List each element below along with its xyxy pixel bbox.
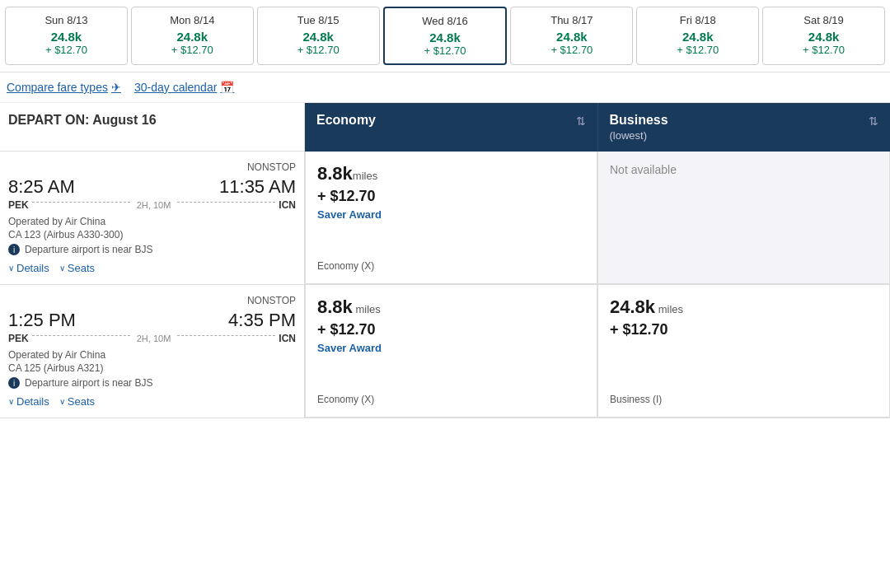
flight-2-duration: 2H, 10M (137, 334, 171, 343)
flight-2-business-fare: 24.8k miles + $12.70 Business (I) (597, 285, 890, 418)
date-label-mon814: Mon 8/14 (135, 14, 250, 26)
flight-2-eco-type: Saver Award (317, 342, 585, 354)
chevron-down-icon: ∨ (8, 264, 14, 273)
flight-2-details-link[interactable]: ∨ Details (8, 395, 49, 408)
flight-2-depart: 1:25 PM (8, 310, 76, 331)
business-header: ⇅ Business (lowest) (597, 103, 891, 152)
date-cash-wed816: + $12.70 (388, 44, 503, 57)
flight-1-depart: 8:25 AM (8, 176, 75, 198)
date-cash-sun813: + $12.70 (9, 44, 124, 56)
flight-2-airport-note: i Departure airport is near BJS (8, 377, 296, 389)
flight-2-aircraft: CA 125 (Airbus A321) (8, 362, 296, 374)
date-label-sun813: Sun 8/13 (9, 14, 124, 26)
date-card-tue815[interactable]: Tue 8/15 24.8k + $12.70 (257, 7, 380, 65)
date-label-wed816: Wed 8/16 (388, 15, 503, 27)
chevron-down-icon-2: ∨ (59, 264, 65, 273)
flight-2-nonstop: NONSTOP (8, 295, 296, 306)
date-miles-sun813: 24.8k (9, 30, 124, 44)
flight-2-eco-miles-unit: miles (353, 303, 381, 315)
date-card-mon814[interactable]: Mon 8/14 24.8k + $12.70 (131, 7, 254, 65)
date-card-wed816[interactable]: Wed 8/16 24.8k + $12.70 (383, 7, 508, 65)
column-headers: DEPART ON: August 16 ⇅ Economy ⇅ Busines… (0, 103, 890, 152)
flight-2-biz-miles-unit: miles (655, 303, 683, 315)
date-label-tue815: Tue 8/15 (261, 14, 376, 26)
flight-2-biz-miles: 24.8k (610, 296, 655, 317)
flight-2-economy-fare: 8.8k miles + $12.70 Saver Award Economy … (305, 285, 597, 418)
flight-1-details-link[interactable]: ∨ Details (8, 262, 49, 274)
flight-1-business-fare: Not available (597, 152, 890, 284)
flight-1-times: 8:25 AM 11:35 AM (8, 176, 296, 198)
flight-2-arrive: 4:35 PM (228, 310, 296, 331)
flight-2-info: NONSTOP 1:25 PM 4:35 PM PEK 2H, 10M ICN … (0, 285, 305, 418)
flight-2-links: ∨ Details ∨ Seats (8, 395, 296, 408)
flight-2-eco-cabin: Economy (X) (317, 385, 585, 405)
plane-icon: ✈ (111, 81, 121, 94)
flight-2-origin: PEK (8, 333, 29, 344)
info-icon-1: i (8, 244, 20, 255)
date-card-fri818[interactable]: Fri 8/18 24.8k + $12.70 (636, 7, 759, 65)
flight-2-dest: ICN (279, 333, 296, 344)
date-selector: Sun 8/13 24.8k + $12.70 Mon 8/14 24.8k +… (0, 0, 890, 72)
flight-1-arrive: 11:35 AM (219, 176, 296, 198)
links-row: Compare fare types ✈ 30-day calendar 📅 (0, 72, 890, 103)
economy-column-name: Economy (316, 113, 586, 128)
flight-2-eco-cash: + $12.70 (317, 321, 585, 338)
flight-2-seats-link[interactable]: ∨ Seats (59, 395, 95, 408)
economy-sort-icon[interactable]: ⇅ (576, 114, 586, 128)
date-miles-mon814: 24.8k (135, 30, 250, 44)
compare-fare-link[interactable]: Compare fare types ✈ (7, 81, 121, 94)
flight-1-airport-note: i Departure airport is near BJS (8, 244, 296, 255)
date-label-sat819: Sat 8/19 (766, 14, 881, 26)
flight-1-economy-fare: 8.8kmiles + $12.70 Saver Award Economy (… (305, 152, 597, 284)
flight-1-aircraft: CA 123 (Airbus A330-300) (8, 229, 296, 240)
flight-1-operator: Operated by Air China (8, 216, 296, 227)
flight-1-info: NONSTOP 8:25 AM 11:35 AM PEK 2H, 10M ICN… (0, 152, 305, 284)
flight-1-eco-cash: + $12.70 (317, 188, 585, 205)
calendar-label: 30-day calendar (134, 81, 217, 94)
flight-1-links: ∨ Details ∨ Seats (8, 262, 296, 274)
flight-1-biz-not-available: Not available (610, 163, 878, 176)
date-card-sun813[interactable]: Sun 8/13 24.8k + $12.70 (5, 7, 128, 65)
calendar-icon: 📅 (220, 81, 234, 94)
flight-1-seats-link[interactable]: ∨ Seats (59, 262, 95, 274)
flight-1-origin: PEK (8, 199, 29, 211)
chevron-down-icon-3: ∨ (8, 397, 14, 406)
date-cash-sat819: + $12.70 (766, 44, 881, 56)
chevron-down-icon-4: ∨ (59, 397, 65, 406)
date-miles-sat819: 24.8k (766, 30, 881, 44)
date-cash-mon814: + $12.70 (135, 44, 250, 56)
main-content: DEPART ON: August 16 ⇅ Economy ⇅ Busines… (0, 103, 890, 418)
flight-1-nonstop: NONSTOP (8, 161, 296, 173)
date-cash-tue815: + $12.70 (261, 44, 376, 56)
flight-2-eco-miles: 8.8k (317, 296, 353, 317)
flight-1-eco-miles-unit: miles (353, 170, 377, 182)
flight-1-route: PEK 2H, 10M ICN (8, 199, 296, 211)
date-miles-wed816: 24.8k (388, 30, 503, 44)
business-column-sub: (lowest) (610, 129, 879, 142)
depart-header: DEPART ON: August 16 (0, 103, 305, 152)
flight-1-duration: 2H, 10M (137, 200, 171, 210)
compare-fare-label: Compare fare types (7, 81, 108, 94)
flight-1-dest: ICN (279, 199, 296, 211)
flight-2-operator: Operated by Air China (8, 349, 296, 361)
date-card-thu817[interactable]: Thu 8/17 24.8k + $12.70 (510, 7, 633, 65)
flight-1-eco-type: Saver Award (317, 208, 585, 221)
date-cash-thu817: + $12.70 (514, 44, 629, 56)
date-cash-fri818: + $12.70 (640, 44, 755, 56)
calendar-link[interactable]: 30-day calendar 📅 (134, 81, 234, 94)
date-label-fri818: Fri 8/18 (640, 14, 755, 26)
business-sort-icon[interactable]: ⇅ (869, 114, 878, 128)
info-icon-2: i (8, 377, 20, 389)
flight-row-2: NONSTOP 1:25 PM 4:35 PM PEK 2H, 10M ICN … (0, 285, 890, 418)
date-label-thu817: Thu 8/17 (514, 14, 629, 26)
flight-2-route: PEK 2H, 10M ICN (8, 333, 296, 344)
date-card-sat819[interactable]: Sat 8/19 24.8k + $12.70 (762, 7, 885, 65)
economy-header: ⇅ Economy (305, 103, 597, 152)
flight-row-1: NONSTOP 8:25 AM 11:35 AM PEK 2H, 10M ICN… (0, 152, 890, 285)
date-miles-fri818: 24.8k (640, 30, 755, 44)
business-column-name: Business (610, 113, 879, 128)
date-miles-thu817: 24.8k (514, 30, 629, 44)
flight-1-eco-miles: 8.8k (317, 163, 353, 184)
flight-2-biz-cabin: Business (I) (610, 385, 878, 405)
flight-2-times: 1:25 PM 4:35 PM (8, 310, 296, 331)
